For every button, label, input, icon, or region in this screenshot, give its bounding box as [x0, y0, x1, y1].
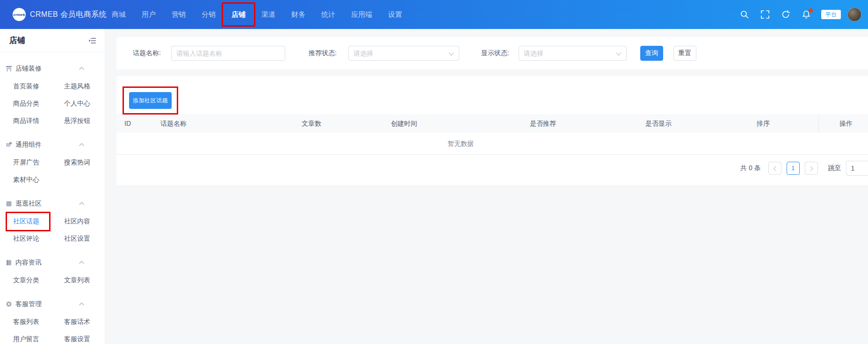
section-title: 客服管理 — [15, 300, 42, 308]
sidebar-item-personal-center[interactable]: 个人中心 — [64, 95, 105, 112]
topic-name-input[interactable] — [171, 46, 285, 61]
brand: crmeb CRMEB 会员电商系统 — [0, 8, 104, 21]
bell-icon[interactable] — [802, 10, 811, 19]
display-status-select[interactable] — [519, 46, 627, 61]
sidebar-item-service-list[interactable]: 客服列表 — [13, 313, 64, 330]
column-header-id: ID — [124, 114, 131, 133]
chevron-up-icon — [79, 143, 84, 148]
section-title: 内容资讯 — [15, 258, 42, 267]
reset-button[interactable]: 重置 — [673, 46, 696, 61]
empty-state-text: 暂无数据 — [116, 133, 805, 154]
sidebar-item-service-scripts[interactable]: 客服话术 — [64, 313, 105, 330]
notification-badge-dot — [809, 8, 813, 13]
sidebar-item-community-content[interactable]: 社区内容 — [64, 213, 105, 230]
nav-item-distribution[interactable]: 分销 — [194, 0, 224, 29]
chevron-up-icon — [79, 67, 84, 72]
search-button[interactable]: 查询 — [640, 46, 663, 61]
section-store-decoration: 店铺装修 首页装修 主题风格 商品分类 个人中心 商品详情 悬浮按钮 — [0, 60, 105, 132]
column-header-is-recommended: 是否推荐 — [530, 114, 556, 133]
sidebar-title: 店铺 — [9, 35, 25, 46]
section-title: 逛逛社区 — [15, 200, 42, 208]
add-community-topic-button[interactable]: 添加社区话题 — [129, 92, 172, 109]
sidebar-item-article-category[interactable]: 文章分类 — [13, 272, 64, 289]
sidebar: 店铺 店铺装修 首页装修 主题风格 商品分类 个人中心 商品详情 — [0, 29, 105, 344]
nav-item-mall[interactable]: 商城 — [104, 0, 134, 29]
articles-icon — [6, 259, 12, 266]
collapse-sidebar-icon[interactable] — [88, 36, 96, 45]
section-header-customer-service[interactable]: 客服管理 — [0, 295, 105, 313]
topic-table-card: 添加社区话题 ID 话题名称 文章数 创建时间 是否推荐 是否显示 排序 操作 … — [116, 76, 868, 185]
nav-item-user[interactable]: 用户 — [134, 0, 164, 29]
section-header-content-news[interactable]: 内容资讯 — [0, 254, 105, 272]
sidebar-item-user-messages[interactable]: 用户留言 — [13, 330, 64, 344]
sidebar-item-service-settings[interactable]: 客服设置 — [64, 330, 105, 344]
sidebar-item-community-comments[interactable]: 社区评论 — [13, 230, 64, 247]
section-common-components: 通用组件 开屏广告 搜索热词 素材中心 — [0, 136, 105, 191]
user-avatar[interactable] — [847, 7, 861, 22]
main-menu: 商城 用户 营销 分销 店铺 渠道 财务 统计 应用端 设置 — [104, 0, 410, 29]
sidebar-item-hot-search[interactable]: 搜索热词 — [64, 154, 105, 171]
navbar-actions: 平台 — [729, 7, 868, 22]
sidebar-item-community-topics[interactable]: 社区话题 — [13, 213, 64, 230]
nav-item-statistics[interactable]: 统计 — [313, 0, 343, 29]
crmeb-logo: crmeb — [13, 8, 26, 21]
sidebar-item-product-detail[interactable]: 商品详情 — [13, 112, 64, 129]
nav-item-finance[interactable]: 财务 — [283, 0, 313, 29]
section-title: 通用组件 — [15, 141, 42, 149]
section-community: 逛逛社区 社区话题 社区内容 社区评论 社区设置 — [0, 195, 105, 250]
sidebar-item-article-list[interactable]: 文章列表 — [64, 272, 105, 289]
jump-to-page-input[interactable] — [846, 161, 868, 176]
chevron-up-icon — [79, 302, 84, 308]
chevron-up-icon — [79, 261, 84, 266]
customer-service-icon — [6, 301, 12, 308]
nav-item-settings[interactable]: 设置 — [380, 0, 410, 29]
storefront-icon — [6, 65, 12, 72]
topic-name-label: 话题名称: — [133, 49, 161, 57]
section-header-common-components[interactable]: 通用组件 — [0, 136, 105, 154]
display-status-value[interactable] — [519, 46, 627, 61]
sidebar-item-home-decoration[interactable]: 首页装修 — [13, 78, 64, 95]
sidebar-item-label: 社区话题 — [13, 217, 39, 225]
sidebar-item-floating-button[interactable]: 悬浮按钮 — [64, 112, 105, 129]
nav-item-app-client[interactable]: 应用端 — [343, 0, 380, 29]
page-1-button[interactable]: 1 — [787, 162, 800, 175]
logo-text: crmeb — [13, 13, 25, 17]
fixed-column-divider — [818, 114, 819, 133]
total-count-text: 共 0 条 — [740, 164, 761, 172]
column-header-topic-name: 话题名称 — [160, 114, 187, 133]
refresh-icon[interactable] — [781, 10, 790, 19]
section-title: 店铺装修 — [15, 64, 42, 73]
main-content: 话题名称: 推荐状态: 显示状态: 查询 重置 添加社区话题 ID 话题名称 文… — [116, 29, 868, 185]
sidebar-item-splash-ad[interactable]: 开屏广告 — [13, 154, 64, 171]
column-header-created-time: 创建时间 — [391, 114, 417, 133]
sidebar-item-product-category[interactable]: 商品分类 — [13, 95, 64, 112]
app-title: CRMEB 会员电商系统 — [30, 10, 107, 20]
fullscreen-icon[interactable] — [760, 10, 770, 19]
section-content-news: 内容资讯 文章分类 文章列表 — [0, 254, 105, 292]
chevron-right-icon — [808, 166, 813, 171]
next-page-button[interactable] — [805, 162, 818, 175]
sidebar-item-theme-style[interactable]: 主题风格 — [64, 78, 105, 95]
prev-page-button[interactable] — [768, 162, 781, 175]
table-bottom-border — [116, 154, 868, 155]
recommend-status-select[interactable] — [348, 46, 459, 61]
search-icon[interactable] — [740, 10, 749, 19]
nav-item-store-label: 店铺 — [231, 10, 246, 18]
nav-item-marketing[interactable]: 营销 — [164, 0, 194, 29]
sidebar-item-material-center[interactable]: 素材中心 — [13, 171, 64, 188]
nav-item-store[interactable]: 店铺 — [224, 0, 253, 29]
platform-badge[interactable]: 平台 — [821, 10, 841, 19]
column-header-sort: 排序 — [757, 114, 770, 133]
sidebar-item-community-settings[interactable]: 社区设置 — [64, 230, 105, 247]
column-header-is-visible: 是否显示 — [645, 114, 672, 133]
components-icon — [6, 142, 12, 148]
section-header-store-decoration[interactable]: 店铺装修 — [0, 60, 105, 78]
pagination: 共 0 条 1 跳至 — [116, 161, 868, 176]
top-navbar: crmeb CRMEB 会员电商系统 商城 用户 营销 分销 店铺 渠道 财务 … — [0, 0, 868, 29]
section-header-community[interactable]: 逛逛社区 — [0, 195, 105, 213]
column-header-actions: 操作 — [839, 114, 853, 133]
recommend-status-label: 推荐状态: — [309, 49, 337, 57]
nav-item-channel[interactable]: 渠道 — [253, 0, 283, 29]
recommend-status-value[interactable] — [348, 46, 459, 61]
filter-bar: 话题名称: 推荐状态: 显示状态: 查询 重置 — [116, 37, 868, 69]
